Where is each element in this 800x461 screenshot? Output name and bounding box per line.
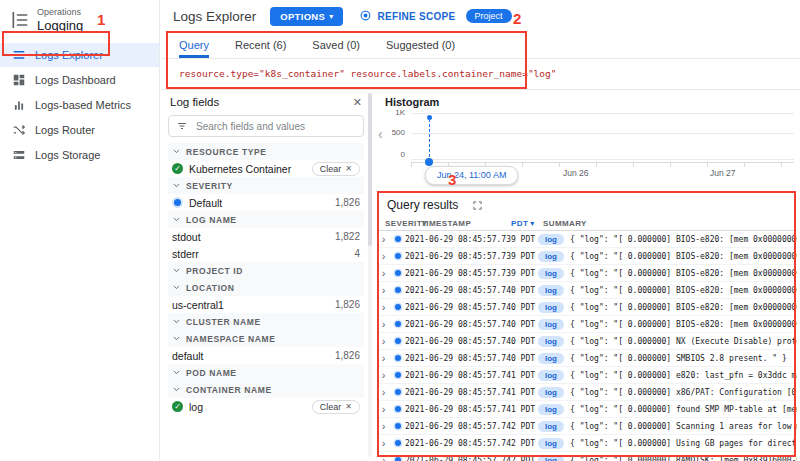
tab-recent-6[interactable]: Recent (6) [235, 32, 286, 58]
field-value-stderr[interactable]: stderr4 [168, 245, 364, 262]
field-section-pod-name[interactable]: POD NAME [168, 364, 364, 381]
clear-filter-button[interactable]: Clear✕ [312, 400, 360, 414]
log-field-chip[interactable]: log [538, 285, 564, 296]
severity-cell [390, 321, 405, 327]
log-field-chip[interactable]: log [538, 387, 564, 398]
log-entry-row[interactable]: ›2021-06-29 08:45:57.741 PDTlog{ "log": … [377, 401, 797, 418]
expand-row-icon[interactable]: › [377, 437, 390, 449]
scrollbar-thumb[interactable] [368, 93, 372, 246]
sidebar-item-logs-based-metrics[interactable]: Logs-based Metrics [0, 93, 159, 117]
field-section-project-id[interactable]: PROJECT ID [168, 262, 364, 279]
log-field-chip[interactable]: log [538, 438, 564, 449]
log-field-chip[interactable]: log [538, 251, 564, 262]
log-entry-row[interactable]: ›2021-06-29 08:45:57.739 PDTlog{ "log": … [377, 265, 797, 282]
log-entry-row[interactable]: ›2021-06-29 08:45:57.740 PDTlog{ "log": … [377, 299, 797, 316]
tab-saved-0[interactable]: Saved (0) [312, 32, 360, 58]
log-entry-row[interactable]: ›2021-06-29 08:45:57.742 PDTlog{ "log": … [377, 452, 797, 461]
field-section-resource-type[interactable]: RESOURCE TYPE [168, 143, 364, 160]
log-entry-row[interactable]: ›2021-06-29 08:45:57.740 PDTlog{ "log": … [377, 333, 797, 350]
log-field-chip[interactable]: log [538, 319, 564, 330]
field-section-container-name[interactable]: CONTAINER NAME [168, 381, 364, 398]
expand-row-icon[interactable]: › [377, 267, 390, 279]
time-marker-dot[interactable] [425, 158, 433, 166]
column-summary[interactable]: SUMMARY [543, 219, 587, 228]
logs-storage-icon [12, 148, 26, 162]
tab-suggested-0[interactable]: Suggested (0) [386, 32, 455, 58]
summary-cell: { "log": "[ 0.000000] BIOS-e820: [mem 0x… [570, 235, 797, 244]
field-value-default[interactable]: default1,826 [168, 347, 364, 364]
field-section-namespace-name[interactable]: NAMESPACE NAME [168, 330, 364, 347]
log-entry-row[interactable]: ›2021-06-29 08:45:57.740 PDTlog{ "log": … [377, 350, 797, 367]
field-section-cluster-name[interactable]: CLUSTER NAME [168, 313, 364, 330]
log-field-chip[interactable]: log [538, 353, 564, 364]
expand-row-icon[interactable]: › [377, 233, 390, 245]
field-section-location[interactable]: LOCATION [168, 279, 364, 296]
options-button[interactable]: OPTIONS ▾ [270, 7, 343, 26]
timestamp-cell: 2021-06-29 08:45:57.740 PDT [405, 286, 538, 295]
log-field-chip[interactable]: log [538, 370, 564, 381]
close-icon[interactable]: ✕ [353, 96, 362, 109]
log-entry-row[interactable]: ›2021-06-29 08:45:57.739 PDTlog{ "log": … [377, 231, 797, 248]
expand-row-icon[interactable]: › [377, 335, 390, 347]
sidebar-item-logs-storage[interactable]: Logs Storage [0, 143, 159, 167]
field-value-us-central1[interactable]: us-central11,826 [168, 296, 364, 313]
log-entry-row[interactable]: ›2021-06-29 08:45:57.740 PDTlog{ "log": … [377, 282, 797, 299]
column-severity[interactable]: SEVERITY [385, 219, 421, 228]
log-field-chip[interactable]: log [538, 421, 564, 432]
sidebar-item-logs-explorer[interactable]: Logs Explorer [0, 43, 159, 67]
chevron-left-icon[interactable]: ‹ [378, 126, 383, 142]
tab-query[interactable]: Query [179, 32, 209, 58]
time-range-chip[interactable]: Jun 24, 11:00 AM [425, 166, 518, 185]
log-field-chip[interactable]: log [538, 268, 564, 279]
project-scope-badge[interactable]: Project [466, 9, 512, 23]
sidebar-item-label: Logs Explorer [35, 49, 103, 61]
field-value-default[interactable]: Default1,826 [168, 194, 364, 211]
field-count: 1,822 [335, 231, 360, 242]
log-entry-row[interactable]: ›2021-06-29 08:45:57.741 PDTlog{ "log": … [377, 367, 797, 384]
field-section-severity[interactable]: SEVERITY [168, 177, 364, 194]
log-field-chip[interactable]: log [538, 234, 564, 245]
clear-filter-button[interactable]: Clear✕ [312, 162, 360, 176]
severity-dot-icon [395, 355, 401, 361]
log-entry-row[interactable]: ›2021-06-29 08:45:57.742 PDTlog{ "log": … [377, 435, 797, 452]
timestamp-cell: 2021-06-29 08:45:57.741 PDT [405, 371, 538, 380]
timezone-dropdown[interactable]: PDT ▾ [511, 219, 543, 228]
search-fields-box[interactable] [168, 115, 364, 137]
log-field-chip[interactable]: log [538, 336, 564, 347]
expand-row-icon[interactable]: › [377, 301, 390, 313]
field-value-kubernetes-container[interactable]: ✓Kubernetes ContainerClear✕ [168, 160, 364, 177]
log-field-chip[interactable]: log [538, 302, 564, 313]
log-entry-row[interactable]: ›2021-06-29 08:45:57.742 PDTlog{ "log": … [377, 418, 797, 435]
field-value-label: stdout [172, 231, 201, 243]
query-editor[interactable]: resource.type="k8s_container" resource.l… [161, 59, 800, 90]
expand-row-icon[interactable]: › [377, 403, 390, 415]
log-field-chip[interactable]: log [538, 455, 564, 461]
expand-row-icon[interactable]: › [377, 454, 390, 461]
y-axis-tick: 1K [383, 108, 405, 117]
search-fields-input[interactable] [194, 120, 356, 133]
log-entry-row[interactable]: ›2021-06-29 08:45:57.740 PDTlog{ "log": … [377, 316, 797, 333]
scrollbar[interactable] [368, 93, 372, 457]
field-value-log[interactable]: ✓logClear✕ [168, 398, 364, 415]
expand-row-icon[interactable]: › [377, 386, 390, 398]
expand-row-icon[interactable]: › [377, 318, 390, 330]
expand-row-icon[interactable]: › [377, 352, 390, 364]
expand-row-icon[interactable]: › [377, 250, 390, 262]
field-section-label: PROJECT ID [186, 266, 243, 276]
column-timestamp[interactable]: TIMESTAMP [421, 219, 511, 228]
expand-row-icon[interactable]: › [377, 369, 390, 381]
field-section-log-name[interactable]: LOG NAME [168, 211, 364, 228]
fullscreen-icon[interactable] [472, 200, 483, 211]
field-value-stdout[interactable]: stdout1,822 [168, 228, 364, 245]
log-field-chip[interactable]: log [538, 404, 564, 415]
refine-scope-button[interactable]: REFINE SCOPE [359, 9, 455, 24]
log-entry-row[interactable]: ›2021-06-29 08:45:57.741 PDTlog{ "log": … [377, 384, 797, 401]
sidebar-item-logs-dashboard[interactable]: Logs Dashboard [0, 68, 159, 92]
logs-explorer-page: Operations Logging Logs ExplorerLogs Das… [0, 0, 800, 461]
severity-dot-icon [395, 253, 401, 259]
expand-row-icon[interactable]: › [377, 284, 390, 296]
field-count: 1,826 [335, 299, 360, 310]
sidebar-item-logs-router[interactable]: Logs Router [0, 118, 159, 142]
log-entry-row[interactable]: ›2021-06-29 08:45:57.739 PDTlog{ "log": … [377, 248, 797, 265]
expand-row-icon[interactable]: › [377, 420, 390, 432]
